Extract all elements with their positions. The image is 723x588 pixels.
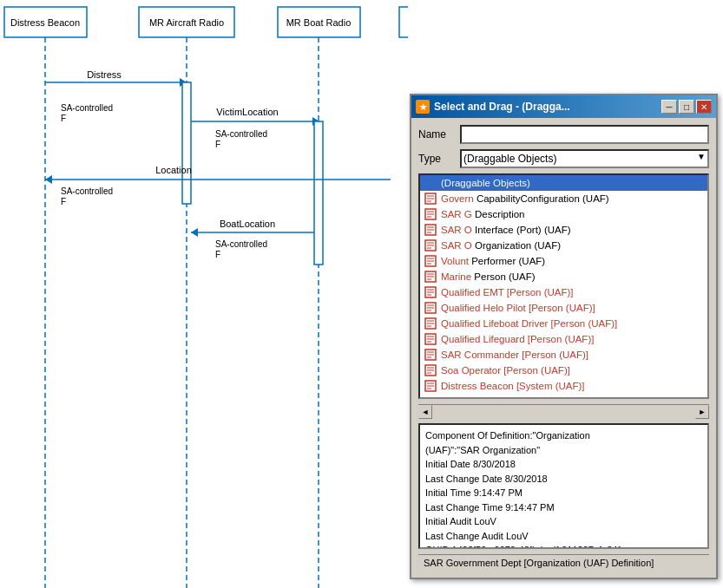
- list-item-text: Qualified Lifeboat Driver [Person (UAF)]: [441, 318, 617, 329]
- svg-text:SA-controlled: SA-controlled: [61, 103, 113, 113]
- list-item-text: SAR G Description: [441, 209, 525, 219]
- svg-text:F: F: [215, 140, 220, 149]
- svg-text:SA-controlled: SA-controlled: [61, 186, 113, 196]
- list-item-icon: [424, 207, 437, 221]
- footer-text: SAR Government Dept [Organization (UAF) …: [424, 558, 654, 568]
- items-listbox[interactable]: (Draggable Objects)Govern CapabilityConf…: [418, 173, 709, 399]
- type-select[interactable]: (Draggable Objects): [460, 149, 709, 168]
- info-line: Initial Audit LouV: [425, 514, 702, 529]
- svg-rect-22: [314, 121, 323, 265]
- list-item-text: Volunt Performer (UAF): [441, 256, 545, 266]
- list-item-icon: [424, 285, 437, 299]
- svg-text:SA-controlled: SA-controlled: [215, 239, 267, 249]
- svg-rect-0: [0, 0, 408, 588]
- list-item-text: (Draggable Objects): [441, 178, 530, 188]
- list-item-icon: [424, 301, 437, 315]
- list-item[interactable]: Govern CapabilityConfiguration (UAF): [420, 191, 707, 206]
- name-input[interactable]: [460, 125, 709, 144]
- svg-text:BoatLocation: BoatLocation: [220, 219, 275, 229]
- modal-titlebar: ★ Select and Drag - (Dragga... ─ □ ✕: [411, 95, 716, 118]
- list-item-icon: [424, 363, 437, 377]
- info-line: (UAF)":"SAR Organization": [425, 443, 702, 458]
- modal-title: Select and Drag - (Dragga...: [434, 101, 570, 113]
- svg-rect-14: [182, 82, 191, 204]
- svg-text:Distress Beacon: Distress Beacon: [10, 17, 80, 28]
- list-item-icon: [424, 192, 437, 206]
- svg-text:F: F: [61, 114, 66, 123]
- info-line: Last Change Time 9:14:47 PM: [425, 500, 702, 515]
- maximize-button[interactable]: □: [679, 100, 694, 114]
- svg-text:Location: Location: [155, 165, 192, 175]
- list-item-icon: [424, 332, 437, 346]
- list-item-icon: [424, 238, 437, 252]
- info-line: GUID 1492f59c-9670-48fb-bcdf-911327efe84…: [425, 543, 702, 549]
- close-button[interactable]: ✕: [696, 100, 712, 114]
- info-line: Component Of Definition:"Organization: [425, 428, 702, 443]
- name-row: Name: [418, 125, 709, 144]
- svg-text:MR Boat Radio: MR Boat Radio: [286, 17, 352, 28]
- titlebar-buttons: ─ □ ✕: [661, 100, 712, 114]
- svg-text:SA-controlled: SA-controlled: [215, 129, 267, 139]
- list-item[interactable]: SAR O Organization (UAF): [420, 238, 707, 253]
- list-item[interactable]: Marine Person (UAF): [420, 269, 707, 284]
- svg-rect-7: [399, 7, 408, 37]
- minimize-button[interactable]: ─: [661, 100, 677, 114]
- list-item[interactable]: SAR Commander [Person (UAF)]: [420, 347, 707, 363]
- list-item-icon: [424, 379, 437, 393]
- type-row: Type (Draggable Objects): [418, 149, 709, 168]
- list-item[interactable]: Qualified Helo Pilot [Person (UAF)]: [420, 300, 707, 316]
- info-line: Initial Date 8/30/2018: [425, 457, 702, 472]
- type-select-wrapper: (Draggable Objects): [460, 149, 709, 168]
- modal-icon: ★: [416, 100, 430, 114]
- list-item[interactable]: Qualified Lifeboat Driver [Person (UAF)]: [420, 316, 707, 331]
- svg-text:F: F: [61, 197, 66, 206]
- footer-status: SAR Government Dept [Organization (UAF) …: [418, 554, 709, 571]
- list-item-text: Marine Person (UAF): [441, 271, 536, 282]
- list-item[interactable]: Qualified Lifeguard [Person (UAF)]: [420, 331, 707, 347]
- info-line: Last Change Date 8/30/2018: [425, 472, 702, 487]
- svg-text:F: F: [215, 250, 220, 259]
- scroll-right-button[interactable]: ►: [695, 405, 709, 419]
- list-item[interactable]: SAR G Description: [420, 206, 707, 222]
- info-line: Initial Time 9:14:47 PM: [425, 486, 702, 500]
- list-item-text: SAR O Interface (Port) (UAF): [441, 225, 571, 235]
- list-item-text: SAR Commander [Person (UAF)]: [441, 350, 588, 360]
- list-item[interactable]: Qualified EMT [Person (UAF)]: [420, 284, 707, 300]
- horizontal-scrollbar[interactable]: ◄ ►: [418, 404, 709, 418]
- list-item-text: Distress Beacon [System (UAF)]: [441, 381, 585, 391]
- list-item[interactable]: (Draggable Objects): [420, 175, 707, 191]
- list-item-icon: [424, 223, 437, 237]
- list-item-text: Qualified Lifeguard [Person (UAF)]: [441, 334, 594, 344]
- list-item-text: Govern CapabilityConfiguration (UAF): [441, 193, 609, 204]
- type-label: Type: [418, 153, 453, 165]
- sequence-diagram: Distress Beacon MR Aircraft Radio MR Boa…: [0, 0, 408, 588]
- list-item-icon: [424, 254, 437, 268]
- scroll-track: [432, 405, 695, 418]
- scroll-left-button[interactable]: ◄: [418, 405, 432, 419]
- list-item-text: Soa Operator [Person (UAF)]: [441, 365, 570, 376]
- list-item-icon: [424, 317, 437, 330]
- svg-text:Distress: Distress: [87, 69, 122, 80]
- list-item-icon: [424, 176, 437, 190]
- list-item-icon: [424, 270, 437, 284]
- list-item-icon: [424, 348, 437, 362]
- list-item-text: Qualified EMT [Person (UAF)]: [441, 287, 574, 297]
- svg-text:MR Aircraft Radio: MR Aircraft Radio: [149, 17, 224, 28]
- info-line: Last Change Audit LouV: [425, 529, 702, 544]
- select-drag-modal: ★ Select and Drag - (Dragga... ─ □ ✕ Nam…: [410, 94, 718, 579]
- list-item[interactable]: SAR O Interface (Port) (UAF): [420, 222, 707, 238]
- info-box: Component Of Definition:"Organization(UA…: [418, 423, 709, 549]
- svg-text:VictimLocation: VictimLocation: [216, 107, 278, 117]
- list-item[interactable]: Distress Beacon [System (UAF)]: [420, 378, 707, 394]
- titlebar-left: ★ Select and Drag - (Dragga...: [416, 100, 570, 114]
- list-item[interactable]: Soa Operator [Person (UAF)]: [420, 363, 707, 378]
- name-label: Name: [418, 128, 453, 140]
- list-item[interactable]: Volunt Performer (UAF): [420, 253, 707, 269]
- list-item-text: Qualified Helo Pilot [Person (UAF)]: [441, 303, 595, 313]
- modal-content: Name Type (Draggable Objects) (Draggable…: [411, 118, 716, 578]
- list-item-text: SAR O Organization (UAF): [441, 240, 561, 251]
